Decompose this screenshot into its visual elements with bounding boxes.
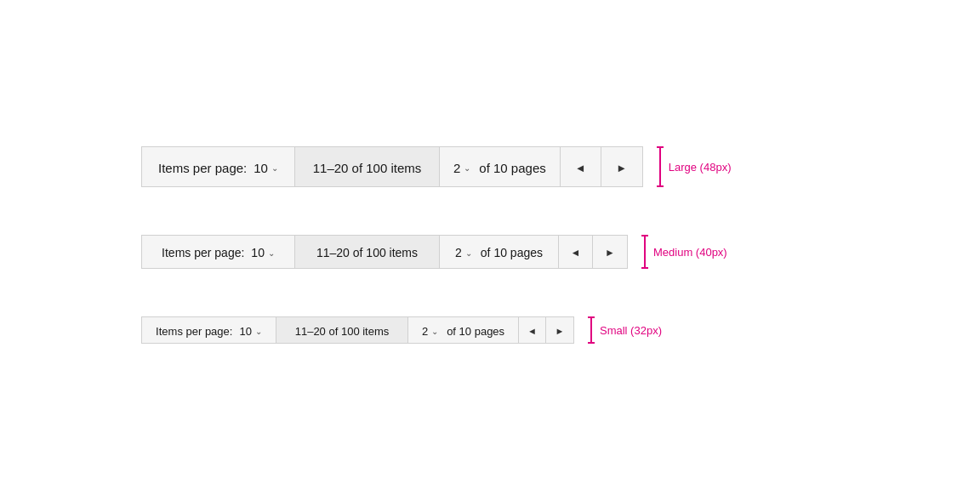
- pagination-bar-large: Items per page:10 ⌄11–20 of 100 items2 ⌄…: [141, 146, 643, 187]
- prev-page-button[interactable]: ◄: [559, 236, 593, 269]
- items-per-page-dropdown[interactable]: 10 ⌄: [254, 161, 278, 175]
- pages-label: of 10 pages: [447, 325, 504, 338]
- chevron-down-icon: ⌄: [431, 327, 438, 336]
- page-select-section: 2 ⌄of 10 pages: [408, 317, 519, 344]
- size-bracket-icon: [588, 316, 595, 344]
- next-icon: ►: [616, 162, 627, 174]
- pagination-row-small: Items per page:10 ⌄11–20 of 100 items2 ⌄…: [0, 293, 980, 368]
- page-dropdown[interactable]: 2 ⌄: [453, 161, 470, 175]
- prev-icon: ◄: [527, 326, 537, 336]
- annotation-large: Large (48px): [657, 146, 732, 187]
- next-page-button[interactable]: ►: [601, 147, 642, 187]
- prev-page-button[interactable]: ◄: [561, 147, 601, 187]
- page-dropdown[interactable]: 2 ⌄: [455, 246, 472, 259]
- prev-icon: ◄: [571, 247, 581, 259]
- items-range-section: 11–20 of 100 items: [295, 236, 440, 269]
- items-range-label: 11–20 of 100 items: [313, 161, 422, 175]
- pagination-row-large: Items per page:10 ⌄11–20 of 100 items2 ⌄…: [0, 122, 980, 211]
- items-per-page-dropdown[interactable]: 10 ⌄: [251, 246, 275, 259]
- items-per-page-label: Items per page:: [158, 161, 247, 175]
- items-per-page-value: 10: [239, 325, 251, 338]
- pagination-bar-medium: Items per page:10 ⌄11–20 of 100 items2 ⌄…: [141, 235, 628, 269]
- page-select-section: 2 ⌄of 10 pages: [440, 147, 561, 187]
- annotation-medium: Medium (40px): [641, 235, 727, 269]
- size-annotation-label: Large (48px): [669, 161, 732, 174]
- page-value: 2: [453, 161, 460, 175]
- prev-icon: ◄: [575, 162, 586, 174]
- next-page-button[interactable]: ►: [546, 317, 573, 344]
- items-range-section: 11–20 of 100 items: [276, 317, 408, 344]
- items-per-page-section: Items per page:10 ⌄: [142, 317, 276, 344]
- pages-label: of 10 pages: [479, 161, 545, 175]
- items-range-label: 11–20 of 100 items: [316, 246, 418, 259]
- items-per-page-section: Items per page:10 ⌄: [142, 236, 295, 269]
- chevron-down-icon: ⌄: [464, 163, 470, 173]
- size-annotation-label: Medium (40px): [653, 246, 727, 259]
- items-per-page-label: Items per page:: [162, 246, 244, 259]
- next-page-button[interactable]: ►: [593, 236, 627, 269]
- pages-label: of 10 pages: [481, 246, 543, 259]
- items-per-page-value: 10: [251, 246, 265, 259]
- items-range-section: 11–20 of 100 items: [295, 147, 440, 187]
- pagination-bar-small: Items per page:10 ⌄11–20 of 100 items2 ⌄…: [141, 316, 574, 344]
- items-range-label: 11–20 of 100 items: [295, 325, 390, 338]
- next-icon: ►: [605, 247, 615, 259]
- page-value: 2: [455, 246, 462, 259]
- size-bracket-icon: [641, 235, 648, 269]
- chevron-down-icon: ⌄: [465, 248, 472, 258]
- chevron-down-icon: ⌄: [268, 248, 275, 258]
- page-select-section: 2 ⌄of 10 pages: [440, 236, 559, 269]
- next-icon: ►: [556, 326, 565, 336]
- page-dropdown[interactable]: 2 ⌄: [422, 325, 438, 338]
- items-per-page-section: Items per page:10 ⌄: [142, 147, 295, 187]
- prev-page-button[interactable]: ◄: [519, 317, 546, 344]
- page-value: 2: [422, 325, 428, 338]
- items-per-page-label: Items per page:: [156, 325, 232, 338]
- items-per-page-value: 10: [254, 161, 268, 175]
- pagination-row-medium: Items per page:10 ⌄11–20 of 100 items2 ⌄…: [0, 211, 980, 293]
- items-per-page-dropdown[interactable]: 10 ⌄: [239, 325, 261, 338]
- chevron-down-icon: ⌄: [271, 163, 278, 173]
- annotation-small: Small (32px): [588, 316, 662, 344]
- size-bracket-icon: [657, 146, 664, 187]
- chevron-down-icon: ⌄: [255, 327, 262, 336]
- size-annotation-label: Small (32px): [600, 324, 662, 337]
